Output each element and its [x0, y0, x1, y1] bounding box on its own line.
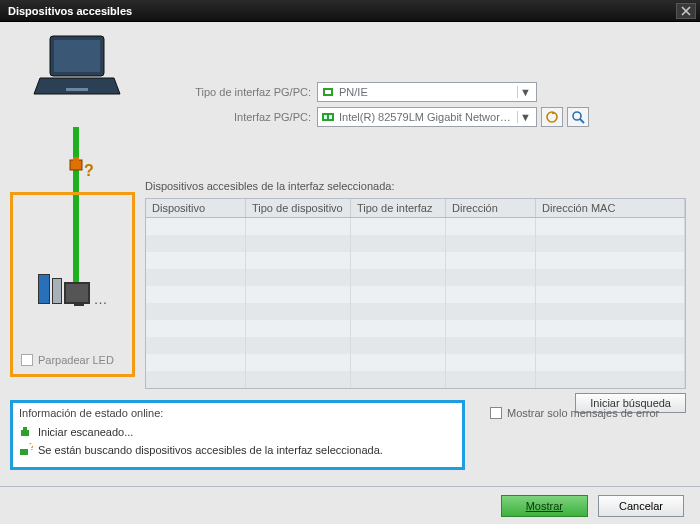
status-header: Información de estado online: — [19, 407, 456, 419]
cancel-button[interactable]: Cancelar — [598, 495, 684, 517]
svg-rect-2 — [66, 88, 88, 91]
table-row — [146, 235, 685, 252]
col-iftype[interactable]: Tipo de interfaz — [351, 199, 446, 217]
devices-icon: … — [38, 274, 108, 304]
laptop-icon — [32, 32, 122, 102]
errors-only-label: Mostrar solo mensajes de error — [507, 407, 659, 419]
chevron-down-icon[interactable]: ▼ — [517, 86, 533, 98]
table-row — [146, 269, 685, 286]
nic-icon — [321, 110, 335, 124]
scan-progress-icon: ? — [19, 443, 33, 457]
table-row — [146, 218, 685, 235]
table-row — [146, 303, 685, 320]
col-mac[interactable]: Dirección MAC — [536, 199, 685, 217]
refresh-iface-button[interactable] — [541, 107, 563, 127]
status-text: Se están buscando dispositivos accesible… — [38, 444, 383, 456]
network-small-icon — [321, 85, 335, 99]
svg-rect-7 — [329, 115, 332, 119]
blink-led-label: Parpadear LED — [38, 354, 114, 366]
status-panel: Información de estado online: Iniciar es… — [10, 400, 465, 470]
table-row — [146, 286, 685, 303]
col-address[interactable]: Dirección — [446, 199, 536, 217]
pgpc-iface-value: Intel(R) 82579LM Gigabit Network Connect… — [339, 111, 514, 123]
errors-only-checkbox[interactable] — [490, 407, 502, 419]
svg-rect-4 — [325, 90, 331, 94]
window-title: Dispositivos accesibles — [8, 5, 132, 17]
device-preview-frame: … Parpadear LED — [10, 192, 135, 377]
svg-rect-6 — [324, 115, 327, 119]
pgpc-iface-label: Interfaz PG/PC: — [142, 111, 317, 123]
table-body — [146, 218, 685, 388]
scan-start-icon — [19, 425, 33, 439]
close-button[interactable] — [676, 3, 696, 19]
status-text: Iniciar escaneado... — [38, 426, 133, 438]
svg-rect-1 — [54, 40, 100, 72]
table-row — [146, 354, 685, 371]
blink-led-checkbox[interactable] — [21, 354, 33, 366]
table-row — [146, 320, 685, 337]
show-button[interactable]: Mostrar — [501, 495, 588, 517]
pgpc-type-select[interactable]: PN/IE ▼ — [317, 82, 537, 102]
devices-table[interactable]: Dispositivo Tipo de dispositivo Tipo de … — [145, 198, 686, 389]
pgpc-type-value: PN/IE — [339, 86, 514, 98]
svg-rect-15 — [20, 449, 28, 455]
pgpc-iface-select[interactable]: Intel(R) 82579LM Gigabit Network Connect… — [317, 107, 537, 127]
col-device[interactable]: Dispositivo — [146, 199, 246, 217]
table-row — [146, 252, 685, 269]
question-icon: ? — [84, 162, 94, 180]
svg-rect-11 — [70, 160, 82, 170]
svg-rect-12 — [73, 157, 79, 161]
svg-text:?: ? — [29, 443, 33, 452]
pgpc-type-label: Tipo de interfaz PG/PC: — [142, 86, 317, 98]
refresh-icon — [545, 110, 559, 124]
table-row — [146, 337, 685, 354]
magnifier-icon — [571, 110, 585, 124]
svg-rect-14 — [23, 427, 27, 431]
table-caption: Dispositivos accesibles de la interfaz s… — [145, 180, 686, 192]
svg-point-9 — [573, 112, 581, 120]
svg-line-10 — [580, 119, 584, 123]
status-line: ? Se están buscando dispositivos accesib… — [19, 441, 456, 459]
table-row — [146, 371, 685, 388]
status-line: Iniciar escaneado... — [19, 423, 456, 441]
col-devtype[interactable]: Tipo de dispositivo — [246, 199, 351, 217]
svg-rect-5 — [322, 113, 334, 121]
find-iface-button[interactable] — [567, 107, 589, 127]
close-icon — [681, 6, 691, 16]
chevron-down-icon[interactable]: ▼ — [517, 111, 533, 123]
